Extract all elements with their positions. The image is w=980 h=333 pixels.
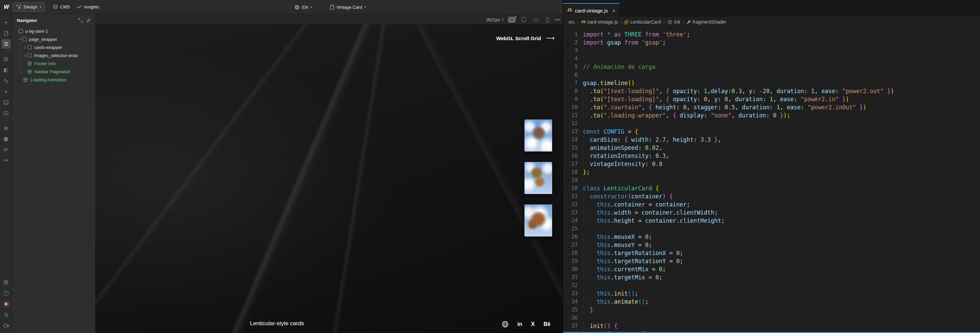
code-line-6[interactable]: 6 [563, 71, 980, 79]
code-line-14[interactable]: 14 cardSize: { width: 2.7, height: 3.3 }… [563, 136, 980, 144]
code-line-24[interactable]: 24 this.height = container.clientHeight; [563, 217, 980, 225]
code-line-11[interactable]: 11 .to(".loading-wrapper", { display: "n… [563, 111, 980, 119]
code-line-15[interactable]: 15 animationSpeed: 0.02, [563, 144, 980, 152]
navigator-item-loading-animation[interactable]: Loading Animation [12, 76, 95, 84]
breakpoint-tablet-button[interactable] [520, 16, 528, 23]
apps-icon[interactable]: ⊞ [2, 124, 11, 133]
code-line-25[interactable]: 25 [563, 225, 980, 233]
breakpoint-desktop-button[interactable] [508, 16, 516, 23]
zoom-icon[interactable] [2, 310, 11, 319]
card-thumbnail[interactable] [525, 205, 552, 236]
collapse-panel-icon[interactable] [77, 17, 84, 24]
more-options-icon[interactable]: ••• [555, 17, 561, 22]
navigator-item-u-bg-dark-1[interactable]: u-bg-dark-1 [12, 27, 95, 35]
code-line-8[interactable]: 8 .to("[text-loading]", { opacity: 1,del… [563, 87, 980, 95]
code-area[interactable]: 1import * as THREE from 'three';2import … [563, 26, 980, 333]
code-line-12[interactable]: 12 [563, 119, 980, 127]
chevron-right-icon[interactable] [23, 46, 28, 49]
x-twitter-icon[interactable]: X [531, 321, 535, 328]
close-tab-icon[interactable]: × [612, 8, 615, 14]
breadcrumb-item-src[interactable]: src [568, 19, 575, 25]
code-line-36[interactable]: 36 [563, 314, 980, 322]
libraries-icon[interactable] [2, 108, 11, 118]
navigator-item-page-wrapper[interactable]: page_wrapper [12, 35, 95, 43]
code-line-34[interactable]: 34 this.animate(); [563, 298, 980, 306]
insights-label: Insights [84, 5, 99, 10]
components-icon[interactable] [2, 54, 11, 64]
code-line-32[interactable]: 32 [563, 281, 980, 290]
breakpoint-phone-portrait-button[interactable] [544, 16, 551, 24]
code-line-4[interactable]: 4 [563, 55, 980, 63]
breadcrumb-item-card-vintage-js[interactable]: JScard-vintage.js [581, 19, 618, 25]
code-line-19[interactable]: 19 [563, 176, 980, 184]
code-line-16[interactable]: 16 rotationIntensity: 0.3, [563, 152, 980, 160]
breadcrumb-item-lenticularcard[interactable]: LenticularCard [624, 19, 661, 25]
code-line-21[interactable]: 21 constructor(container) { [563, 192, 980, 200]
code-line-1[interactable]: 1import * as THREE from 'three'; [563, 30, 980, 38]
design-mode-button[interactable]: Design ▾ [13, 2, 45, 12]
pages-icon[interactable] [2, 29, 11, 38]
code-line-9[interactable]: 9 .to("[text-loading]", { opacity: 0, y:… [563, 95, 980, 103]
tab-card-vintage-js[interactable]: JS card-vintage.js × [563, 3, 620, 17]
settings-icon[interactable] [2, 278, 11, 287]
code-line-7[interactable]: 7gsap.timeline() [563, 79, 980, 87]
pin-panel-icon[interactable] [85, 17, 92, 24]
code-line-2[interactable]: 2import gsap from 'gsap'; [563, 38, 980, 46]
webflow-logo[interactable]: W [0, 0, 13, 14]
navigator-item-navbar-pagination[interactable]: Navbar Pagination [12, 68, 95, 76]
code-line-18[interactable]: 18}; [563, 168, 980, 176]
recording-icon[interactable] [2, 299, 11, 309]
code-line-content: .to("[text-loading]", { opacity: 0, y: 0… [583, 95, 849, 103]
linkedin-icon[interactable]: in [517, 321, 522, 327]
code-line-23[interactable]: 23 this.width = container.clientWidth; [563, 208, 980, 217]
chevron-down-icon[interactable] [18, 38, 22, 40]
code-line-27[interactable]: 27 this.mouseY = 0; [563, 241, 980, 249]
code-line-30[interactable]: 30 this.currentMix = 0; [563, 265, 980, 273]
code-line-13[interactable]: 13const CONFIG = { [563, 127, 980, 136]
components-filled-icon[interactable] [2, 134, 11, 144]
code-line-26[interactable]: 26 this.mouseX = 0; [563, 233, 980, 241]
design-canvas[interactable]: WebGL Scroll Grid ⟶ Lenticular-style car… [95, 24, 563, 333]
canvas-width-dropdown[interactable]: 1621px ▾ [485, 17, 504, 22]
finsweet-icon[interactable]: {F [2, 145, 11, 154]
code-line-28[interactable]: 28 this.targetRotationX = 0; [563, 249, 980, 257]
breadcrumb-item-fragmentshader[interactable]: fragmentShader [687, 19, 726, 25]
locale-selector[interactable]: EN ▾ [291, 2, 315, 12]
webgl-scroll-grid-link[interactable]: WebGL Scroll Grid ⟶ [496, 35, 555, 42]
code-line-10[interactable]: 10 .to(".courtain", { height: 0, stagger… [563, 103, 980, 111]
variables-icon[interactable] [2, 76, 11, 86]
breadcrumb: src›JScard-vintage.js›LenticularCard›ini… [563, 17, 980, 26]
interactions-icon[interactable]: ϟ [2, 87, 11, 96]
style-panel-icon[interactable]: ◧ [2, 65, 11, 75]
navigator-item-footer-info[interactable]: Footer Info [12, 59, 95, 68]
indent-guide [590, 273, 590, 281]
help-icon[interactable]: ? [2, 289, 11, 298]
video-icon[interactable] [2, 321, 11, 330]
cms-button[interactable]: CMS [49, 2, 73, 12]
behance-icon[interactable]: Bē [544, 321, 550, 327]
card-thumbnail[interactable] [525, 162, 552, 194]
breakpoint-phone-landscape-button[interactable] [531, 17, 540, 22]
navigator-item-cards-wrapper[interactable]: cards-wrapper [12, 43, 95, 51]
chevron-right-icon[interactable] [23, 54, 28, 57]
code-line-22[interactable]: 22 this.container = container; [563, 200, 980, 208]
breadcrumb-item-init[interactable]: init [667, 19, 680, 25]
code-line-35[interactable]: 35 } [563, 306, 980, 314]
page-selector[interactable]: Vintage Card ▾ [326, 2, 369, 12]
code-line-3[interactable]: 3 [563, 46, 980, 55]
card-thumbnail[interactable] [525, 119, 552, 152]
code-line-37[interactable]: 37 init() { [563, 322, 980, 330]
add-icon[interactable]: + [2, 17, 11, 27]
navigator-icon[interactable] [2, 39, 11, 49]
code-line-33[interactable]: 33 this.init(); [563, 290, 980, 298]
code-line-5[interactable]: 5// Animación de carga [563, 63, 980, 71]
code-line-31[interactable]: 31 this.targetMix = 0; [563, 273, 980, 281]
navigator-item-images-selectior-wrao[interactable]: images_selectior-wrao [12, 51, 95, 59]
code-line-29[interactable]: 29 this.targetRotationY = 0; [563, 257, 980, 265]
code-line-17[interactable]: 17 vintageIntensity: 0.8 [563, 160, 980, 168]
custom-code-icon[interactable]: <> [2, 156, 11, 165]
code-line-20[interactable]: 20class LenticularCard { [563, 184, 980, 192]
assets-icon[interactable] [2, 97, 11, 107]
insights-button[interactable]: Insights [73, 2, 103, 12]
globe-social-icon[interactable] [502, 321, 509, 328]
